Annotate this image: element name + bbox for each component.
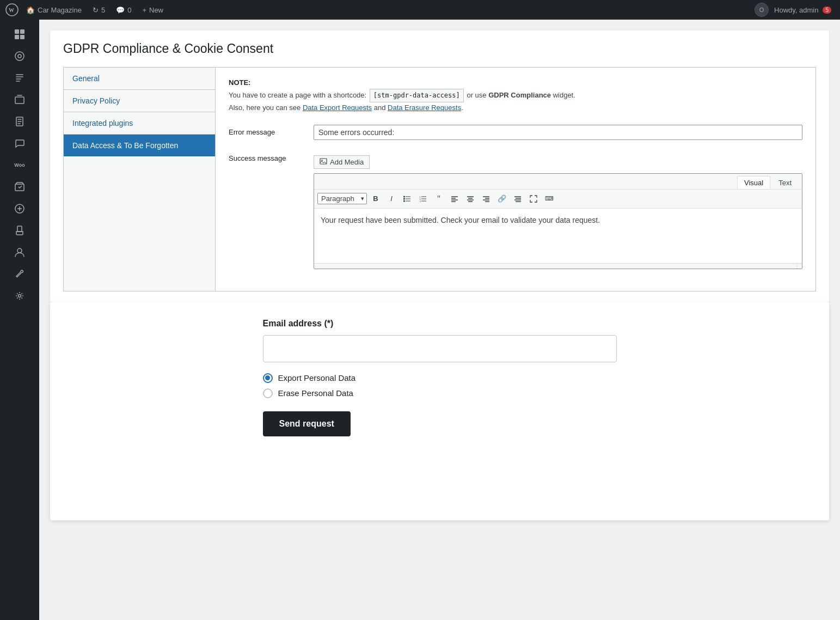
radio-erase-circle[interactable] — [263, 388, 273, 398]
send-request-button[interactable]: Send request — [263, 411, 351, 436]
note-label: NOTE: — [229, 78, 802, 87]
sidebar-icon-comments[interactable] — [10, 133, 29, 153]
error-message-field — [314, 125, 802, 140]
add-media-button[interactable]: Add Media — [314, 155, 370, 169]
svg-point-22 — [404, 200, 405, 202]
shortcode-box: [stm-gpdr-data-access] — [370, 89, 464, 102]
settings-nav: General Privacy Policy Integrated plugin… — [63, 67, 216, 291]
admin-bar: W 🏠 Car Magazine ↻ 5 💬 0 + New O Howdy, … — [0, 0, 840, 20]
svg-rect-5 — [20, 35, 24, 39]
sidebar-icon-pages[interactable] — [10, 112, 29, 131]
admin-bar-updates[interactable]: ↻ 5 — [88, 0, 109, 20]
sidebar: Woo — [0, 20, 39, 620]
sidebar-icon-appearance[interactable] — [10, 199, 29, 218]
sidebar-icon-users[interactable] — [10, 242, 29, 262]
svg-point-7 — [18, 54, 21, 58]
radio-group: Export Personal Data Erase Personal Data — [263, 373, 617, 398]
sidebar-icon-media[interactable] — [10, 90, 29, 110]
rich-editor: Visual Text Paragraph B I — [314, 173, 802, 269]
svg-text:3: 3 — [420, 199, 421, 202]
svg-rect-12 — [17, 226, 22, 232]
nav-item-integrated-plugins[interactable]: Integrated plugins — [64, 112, 215, 135]
page-title: GDPR Compliance & Cookie Consent — [63, 41, 816, 56]
svg-rect-2 — [15, 29, 19, 34]
align-left-btn[interactable] — [447, 192, 462, 206]
align-center-btn[interactable] — [463, 192, 477, 206]
svg-rect-3 — [20, 29, 24, 34]
settings-layout: General Privacy Policy Integrated plugin… — [63, 67, 816, 291]
admin-panel: GDPR Compliance & Cookie Consent General… — [50, 31, 829, 302]
admin-bar-site-name[interactable]: 🏠 Car Magazine — [22, 0, 86, 20]
sidebar-icon-tools[interactable] — [10, 264, 29, 284]
error-message-row: Error message — [229, 125, 802, 140]
notification-badge: 5 — [823, 7, 831, 14]
svg-point-16 — [321, 160, 322, 161]
site-home-icon: 🏠 — [26, 6, 35, 14]
sidebar-icon-settings[interactable] — [10, 286, 29, 306]
svg-point-14 — [19, 295, 21, 297]
ordered-list-btn[interactable]: 123 — [416, 192, 430, 206]
align-right-btn[interactable] — [479, 192, 493, 206]
admin-bar-new[interactable]: + New — [138, 0, 168, 20]
sidebar-icon-posts[interactable] — [10, 68, 29, 88]
success-message-label: Success message — [229, 151, 305, 162]
svg-text:W: W — [9, 7, 14, 13]
success-message-field: Add Media Visual Text — [314, 151, 802, 269]
svg-point-21 — [404, 198, 405, 199]
widget-form: Email address (*) Export Personal Data E… — [263, 319, 617, 436]
radio-erase[interactable]: Erase Personal Data — [263, 388, 617, 398]
email-label: Email address (*) — [263, 319, 617, 329]
link-btn[interactable]: 🔗 — [495, 192, 509, 206]
editor-tabs: Visual Text — [314, 174, 802, 190]
sidebar-icon-woocommerce[interactable]: Woo — [10, 155, 29, 175]
wp-logo[interactable]: W — [4, 2, 20, 17]
editor-toolbar: Paragraph B I 123 " — [314, 190, 802, 209]
sidebar-icon-plugins[interactable] — [10, 221, 29, 240]
editor-content[interactable]: Your request have been submitted. Check … — [314, 209, 802, 263]
fullscreen-btn[interactable] — [526, 192, 541, 206]
note-box: NOTE: You have to create a page with a s… — [229, 78, 802, 114]
admin-bar-right: O Howdy, admin 5 — [750, 0, 836, 20]
error-message-input[interactable] — [314, 125, 802, 140]
svg-rect-8 — [15, 97, 24, 104]
svg-rect-4 — [15, 35, 19, 39]
data-export-link[interactable]: Data Export Requests — [303, 104, 372, 112]
tab-visual[interactable]: Visual — [737, 176, 770, 189]
italic-btn[interactable]: I — [384, 192, 398, 206]
unordered-list-btn[interactable] — [400, 192, 414, 206]
comments-icon: 💬 — [116, 6, 125, 14]
admin-bar-howdy[interactable]: O Howdy, admin 5 — [750, 0, 836, 20]
editor-resize-handle[interactable]: ⋮ — [314, 263, 802, 269]
paragraph-select-wrap[interactable]: Paragraph — [317, 193, 367, 204]
bold-btn[interactable]: B — [369, 192, 383, 206]
plus-icon: + — [142, 6, 146, 14]
note-text: You have to create a page with a shortco… — [229, 89, 802, 114]
lower-section: Email address (*) Export Personal Data E… — [50, 302, 829, 520]
sidebar-icon-customize[interactable] — [10, 46, 29, 66]
sidebar-icon-dashboard[interactable] — [10, 25, 29, 44]
main-wrap: GDPR Compliance & Cookie Consent General… — [39, 20, 840, 620]
svg-point-6 — [15, 52, 24, 60]
settings-content: NOTE: You have to create a page with a s… — [216, 67, 816, 291]
nav-item-general[interactable]: General — [64, 68, 215, 90]
tab-text[interactable]: Text — [771, 176, 799, 189]
media-icon — [320, 158, 327, 166]
error-message-label: Error message — [229, 125, 305, 136]
admin-bar-comments[interactable]: 💬 0 — [112, 0, 136, 20]
nav-item-privacy-policy[interactable]: Privacy Policy — [64, 90, 215, 112]
nav-item-data-access[interactable]: Data Access & To Be Forgotten — [64, 135, 215, 156]
indent-btn[interactable] — [511, 192, 525, 206]
email-input[interactable] — [263, 335, 617, 362]
paragraph-select[interactable]: Paragraph — [317, 193, 367, 204]
svg-point-20 — [404, 196, 405, 197]
updates-icon: ↻ — [93, 6, 99, 14]
avatar: O — [755, 3, 769, 17]
success-message-row: Success message Add Media — [229, 151, 802, 269]
blockquote-btn[interactable]: " — [432, 192, 446, 206]
data-erasure-link[interactable]: Data Erasure Requests — [388, 104, 461, 112]
radio-export[interactable]: Export Personal Data — [263, 373, 617, 383]
keyboard-btn[interactable]: ⌨ — [542, 192, 556, 206]
sidebar-icon-products[interactable] — [10, 177, 29, 197]
radio-export-circle[interactable] — [263, 373, 273, 383]
svg-point-13 — [17, 248, 22, 253]
